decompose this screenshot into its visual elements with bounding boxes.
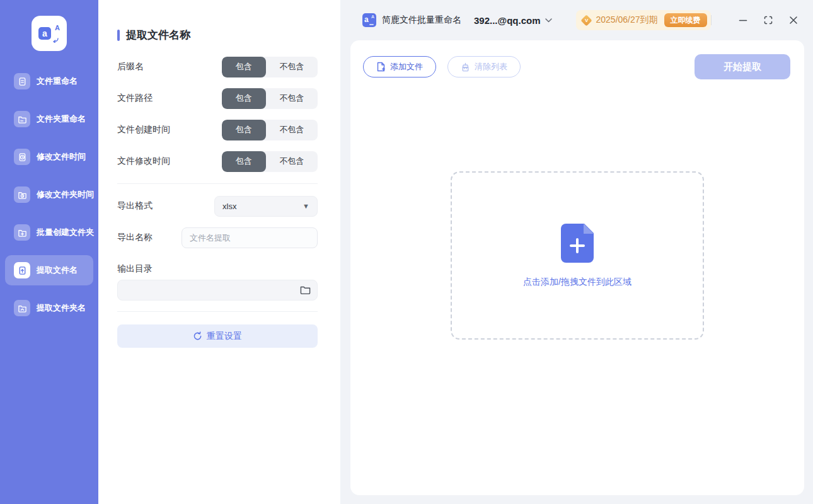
close-button[interactable] (787, 14, 800, 26)
sidebar-item-file-rename[interactable]: 文件重命名 (5, 66, 93, 96)
row-label: 导出格式 (117, 200, 153, 212)
app-icon-A: A (371, 14, 374, 19)
row-label: 导出名称 (117, 232, 153, 243)
account-chevron-down-icon[interactable] (545, 18, 552, 23)
toggle-exclude[interactable]: 不包含 (266, 151, 318, 172)
folder-plus-icon (14, 224, 30, 241)
file-add-icon (561, 224, 594, 263)
plus-icon (570, 238, 585, 253)
row-label: 文件修改时间 (117, 156, 170, 167)
row-label: 文件创建时间 (117, 124, 170, 135)
panel-title: 提取文件名称 (117, 28, 318, 42)
toggle-include[interactable]: 包含 (222, 120, 266, 140)
title-accent-bar (117, 30, 120, 41)
row-created-time: 文件创建时间 包含 不包含 (117, 114, 318, 146)
sidebar-item-label: 文件重命名 (37, 76, 78, 87)
folder-clock-icon (14, 186, 30, 203)
file-dropzone[interactable]: 点击添加/拖拽文件到此区域 (451, 171, 704, 340)
broom-icon (461, 62, 470, 72)
toolbar: 添加文件 清除列表 开始提取 (350, 40, 804, 79)
row-output-dir-label: 输出目录 (117, 258, 318, 280)
filepath-toggle: 包含 不包含 (222, 88, 318, 109)
file-corner-fold (584, 224, 594, 234)
row-label: 文件路径 (117, 93, 153, 104)
minimize-button[interactable] (737, 14, 749, 26)
row-label: 后缀名 (117, 61, 144, 72)
app-icon: a A (362, 13, 376, 27)
sidebar-item-folder-rename[interactable]: 文件夹重命名 (5, 104, 93, 134)
dropzone-hint: 点击添加/拖拽文件到此区域 (523, 277, 631, 288)
export-name-input[interactable] (182, 227, 318, 248)
sidebar: a A 文件重命名 文件夹重命名 修改文件时间 (0, 0, 98, 504)
sidebar-item-label: 修改文件时间 (37, 151, 86, 163)
folder-open-icon (300, 285, 311, 295)
output-dir-input[interactable] (117, 280, 318, 301)
app-logo: a A (32, 16, 67, 51)
sidebar-item-extract-foldername[interactable]: 提取文件夹名 (5, 293, 93, 323)
row-export-name: 导出名称 (117, 222, 318, 253)
vip-diamond-icon: V (580, 14, 592, 26)
logo-arrow-icon (52, 38, 59, 43)
settings-panel: 提取文件名称 后缀名 包含 不包含 文件路径 包含 不包含 文件创建时间 包含 … (98, 0, 340, 504)
sidebar-nav: 文件重命名 文件夹重命名 修改文件时间 修改文件夹时间 批量创建文件夹 (5, 66, 93, 331)
folder-export-icon (14, 300, 30, 316)
window-controls (711, 14, 800, 26)
toggle-include[interactable]: 包含 (222, 57, 266, 77)
sidebar-item-batch-create-folder[interactable]: 批量创建文件夹 (5, 217, 93, 248)
clear-list-button[interactable]: 清除列表 (447, 56, 521, 77)
toggle-exclude[interactable]: 不包含 (266, 57, 318, 77)
toggle-exclude[interactable]: 不包含 (266, 88, 318, 109)
folder-icon (14, 111, 30, 127)
row-suffix: 后缀名 包含 不包含 (117, 51, 318, 83)
export-format-select[interactable]: xlsx ▼ (214, 196, 318, 217)
divider (117, 311, 318, 312)
toggle-include[interactable]: 包含 (222, 151, 266, 172)
chevron-down-icon: ▼ (303, 203, 309, 210)
reset-settings-label: 重置设置 (207, 331, 242, 342)
sidebar-item-modify-file-time[interactable]: 修改文件时间 (5, 142, 93, 172)
export-format-value: xlsx (222, 202, 236, 211)
file-export-icon (14, 262, 30, 278)
row-modified-time: 文件修改时间 包含 不包含 (117, 146, 318, 177)
titlebar: a A 简鹿文件批量重命名 392...@qq.com V 2025/06/27… (340, 0, 813, 40)
sidebar-item-extract-filename[interactable]: 提取文件名 (5, 255, 93, 285)
refresh-icon (193, 331, 202, 341)
window-title: 简鹿文件批量重命名 (382, 14, 461, 26)
sidebar-item-modify-folder-time[interactable]: 修改文件夹时间 (5, 180, 93, 210)
reset-settings-button[interactable]: 重置设置 (117, 324, 318, 348)
toggle-include[interactable]: 包含 (222, 88, 266, 109)
start-extract-button[interactable]: 开始提取 (695, 54, 790, 79)
app-icon-arrow (369, 24, 374, 25)
created-time-toggle: 包含 不包含 (222, 120, 318, 140)
clear-list-label: 清除列表 (475, 61, 507, 72)
file-plus-icon (376, 62, 386, 72)
add-files-label: 添加文件 (390, 61, 423, 72)
vip-expire-date: 2025/06/27到期 (596, 14, 658, 26)
maximize-button[interactable] (762, 14, 775, 26)
divider (117, 183, 318, 184)
app-icon-a: a (364, 16, 369, 23)
renew-now-button[interactable]: 立即续费 (664, 13, 707, 27)
row-export-format: 导出格式 xlsx ▼ (117, 190, 318, 222)
sidebar-item-label: 提取文件夹名 (37, 302, 86, 314)
page-title: 提取文件名称 (126, 28, 190, 42)
main-region: a A 简鹿文件批量重命名 392...@qq.com V 2025/06/27… (340, 0, 813, 504)
suffix-toggle: 包含 不包含 (222, 57, 318, 77)
toggle-exclude[interactable]: 不包含 (266, 120, 318, 140)
row-filepath: 文件路径 包含 不包含 (117, 83, 318, 114)
sidebar-item-label: 文件夹重命名 (37, 113, 86, 125)
sidebar-item-label: 修改文件夹时间 (37, 189, 94, 200)
file-clock-icon (14, 149, 30, 165)
logo-a-icon: a (38, 27, 51, 40)
vip-status-pill: V 2025/06/27到期 立即续费 (576, 10, 711, 30)
modified-time-toggle: 包含 不包含 (222, 151, 318, 172)
logo-A-glyph: A (55, 24, 60, 32)
titlebar-divider (711, 15, 712, 25)
row-label: 输出目录 (117, 263, 153, 275)
add-files-button[interactable]: 添加文件 (363, 56, 436, 77)
account-menu[interactable]: 392...@qq.com (474, 15, 541, 26)
file-list-card: 添加文件 清除列表 开始提取 点击添加/拖拽文件到此区域 (350, 40, 804, 495)
file-icon (14, 73, 30, 89)
sidebar-item-label: 提取文件名 (37, 265, 78, 276)
sidebar-item-label: 批量创建文件夹 (37, 227, 94, 238)
